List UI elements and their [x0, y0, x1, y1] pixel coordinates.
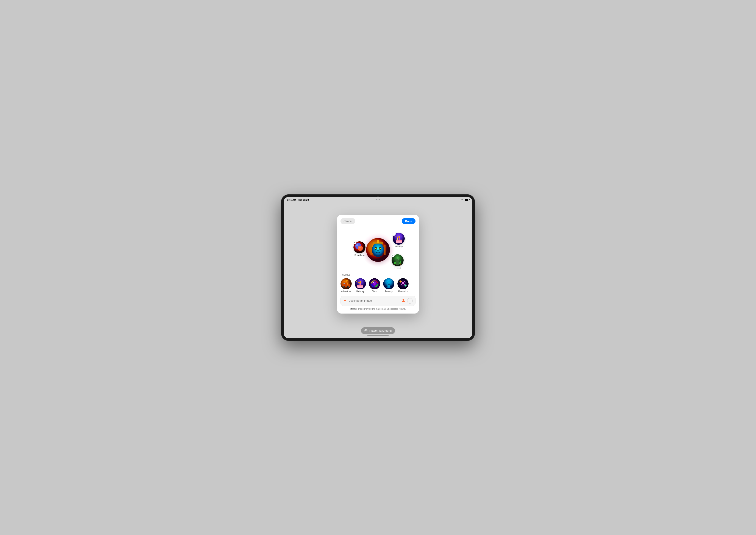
svg-point-6 [377, 250, 379, 251]
themes-row: Adventure [340, 278, 416, 293]
forest-remove-badge[interactable]: − [391, 254, 394, 257]
svg-point-52 [360, 281, 362, 283]
beta-text: Image Playground may create unexpected r… [358, 308, 406, 310]
theme-disco[interactable]: Disco [369, 278, 380, 293]
svg-text:✦: ✦ [363, 281, 364, 282]
modal-header: Cancel Done [340, 218, 416, 224]
theme-adventure-circle [340, 278, 352, 289]
svg-rect-39 [343, 283, 345, 284]
superhero-floating-item[interactable]: − [353, 241, 365, 256]
svg-text:✦: ✦ [394, 236, 396, 238]
svg-text:✦: ✦ [385, 281, 386, 283]
fantasy-svg: ✦ ✦ [383, 278, 394, 289]
featured-area: − [340, 228, 416, 271]
svg-point-1 [372, 243, 384, 257]
mask-face-svg [366, 238, 390, 262]
mask-face-bg [366, 238, 390, 262]
status-dot-1 [376, 199, 377, 200]
status-bar: 9:41 AM Tue Jan 9 [284, 197, 472, 203]
svg-point-70 [386, 287, 392, 288]
svg-point-62 [376, 284, 376, 284]
svg-point-93 [403, 280, 403, 281]
theme-birthday[interactable]: ✦ ✦ Birthday [355, 278, 366, 293]
bottom-bar: Image Playground [284, 325, 472, 338]
svg-rect-29 [398, 259, 398, 260]
input-icon [343, 299, 347, 303]
forest-label: Forest [394, 267, 401, 269]
person-button[interactable] [401, 298, 405, 303]
svg-text:✦: ✦ [356, 281, 358, 282]
svg-point-51 [358, 282, 360, 283]
beta-notice: BETA Image Playground may create unexpec… [340, 308, 416, 310]
svg-point-43 [348, 286, 349, 288]
birthday-theme-svg: ✦ ✦ [355, 278, 366, 289]
ipad-screen: 9:41 AM Tue Jan 9 [284, 197, 472, 338]
theme-adventure-label: Adventure [341, 290, 351, 293]
svg-point-21 [397, 237, 398, 238]
svg-rect-27 [397, 257, 398, 259]
theme-fireworks-label: Fireworks [398, 290, 408, 293]
theme-fireworks[interactable]: Fireworks [397, 278, 409, 293]
image-playground-label: Image Playground [369, 329, 392, 332]
beta-badge: BETA [350, 308, 357, 310]
image-playground-button[interactable]: Image Playground [361, 327, 395, 334]
svg-rect-67 [388, 281, 390, 282]
svg-rect-9 [370, 244, 372, 255]
status-dot-3 [379, 199, 380, 200]
themes-label: THEMES [340, 274, 416, 276]
input-area: + [340, 296, 416, 306]
sparkle-icon [343, 299, 347, 302]
modal-dialog: Cancel Done [337, 215, 419, 314]
status-center-dots [376, 199, 380, 200]
theme-fantasy-circle: ✦ ✦ [383, 278, 394, 289]
svg-point-97 [403, 299, 404, 300]
svg-rect-69 [388, 284, 390, 285]
svg-point-60 [373, 282, 374, 283]
svg-point-22 [398, 236, 400, 238]
forest-floating-item[interactable]: − [392, 254, 404, 269]
theme-birthday-label: Birthday [357, 290, 364, 293]
image-playground-icon [364, 329, 367, 332]
status-right [461, 199, 469, 201]
svg-rect-28 [397, 259, 397, 260]
adventure-svg [340, 278, 352, 289]
superhero-label: Superhero [355, 254, 364, 256]
svg-text:✦: ✦ [391, 280, 392, 281]
main-content: Cancel Done [284, 203, 472, 325]
svg-text:✦: ✦ [401, 236, 402, 237]
svg-rect-35 [400, 264, 401, 265]
plus-button[interactable]: + [407, 298, 413, 304]
center-featured-image[interactable] [366, 238, 390, 262]
status-dot-2 [378, 199, 378, 200]
theme-disco-label: Disco [372, 290, 377, 293]
fireworks-svg [397, 278, 409, 289]
cancel-button[interactable]: Cancel [340, 218, 355, 224]
themes-section: THEMES [340, 274, 416, 293]
svg-point-45 [346, 280, 348, 281]
battery-icon [465, 199, 469, 201]
theme-birthday-circle: ✦ ✦ [355, 278, 366, 289]
theme-fireworks-circle [397, 278, 409, 289]
svg-point-61 [375, 282, 376, 282]
describe-image-input[interactable] [348, 299, 400, 302]
done-button[interactable]: Done [402, 218, 416, 224]
svg-rect-65 [387, 282, 388, 283]
disco-svg [369, 278, 380, 289]
birthday-floating-item[interactable]: − [393, 233, 405, 248]
svg-point-15 [359, 247, 361, 248]
birthday-remove-badge[interactable]: − [392, 232, 396, 236]
theme-fantasy-label: Fantasy [385, 290, 393, 293]
superhero-remove-badge[interactable]: − [353, 241, 357, 244]
birthday-label: Birthday [395, 245, 403, 248]
ipad-frame: 9:41 AM Tue Jan 9 [281, 194, 475, 341]
svg-point-13 [356, 244, 358, 246]
home-indicator [367, 335, 389, 336]
theme-fantasy[interactable]: ✦ ✦ Fantasy [383, 278, 394, 293]
svg-point-41 [343, 286, 344, 288]
svg-rect-31 [398, 261, 398, 261]
theme-adventure[interactable]: Adventure [340, 278, 352, 293]
wifi-icon [461, 199, 464, 201]
svg-point-5 [380, 247, 381, 249]
svg-rect-26 [396, 259, 399, 265]
theme-disco-circle [369, 278, 380, 289]
